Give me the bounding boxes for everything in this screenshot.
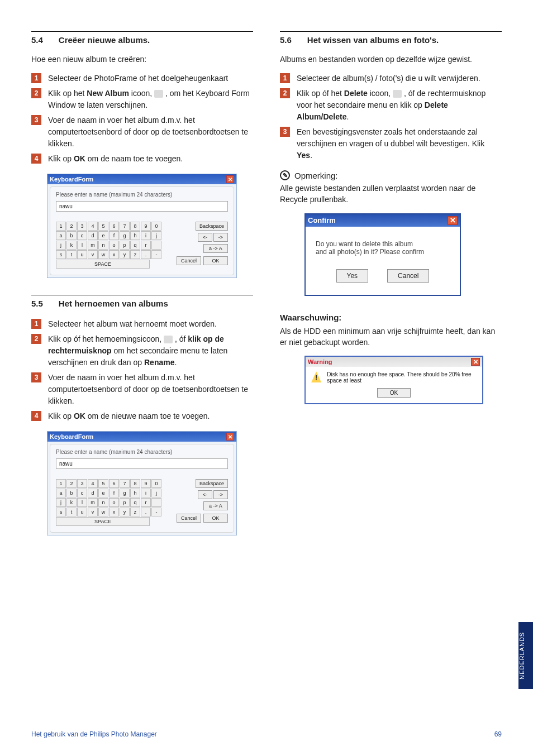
key[interactable]: e <box>98 489 108 497</box>
key[interactable]: m <box>88 498 98 507</box>
key[interactable] <box>151 241 161 250</box>
key[interactable]: u <box>77 250 87 259</box>
key[interactable]: 4 <box>88 222 98 231</box>
key[interactable]: x <box>109 250 119 259</box>
shift-button[interactable]: a -> A <box>203 244 228 253</box>
key[interactable]: - <box>151 508 161 516</box>
key[interactable]: g <box>120 489 130 497</box>
key[interactable]: v <box>88 250 98 259</box>
key[interactable]: y <box>120 508 130 516</box>
key[interactable]: n <box>98 241 108 250</box>
key[interactable]: 3 <box>77 222 87 231</box>
left-arrow-button[interactable]: <- <box>198 233 212 242</box>
ok-button[interactable]: OK <box>203 514 228 523</box>
close-icon[interactable]: ✕ <box>448 216 458 225</box>
key[interactable]: r <box>141 498 151 507</box>
key[interactable]: v <box>88 508 98 516</box>
key[interactable]: k <box>66 498 77 507</box>
key[interactable]: j <box>56 241 66 250</box>
key[interactable]: a <box>56 489 66 497</box>
key[interactable]: d <box>88 489 98 497</box>
name-input[interactable]: nawu <box>56 458 228 469</box>
key[interactable]: r <box>141 241 151 250</box>
key[interactable]: 6 <box>109 479 119 488</box>
name-input[interactable]: nawu <box>56 201 228 212</box>
close-icon[interactable]: ✕ <box>226 175 234 183</box>
key[interactable]: 1 <box>56 222 66 231</box>
key[interactable]: p <box>120 498 130 507</box>
key[interactable]: . <box>141 508 151 516</box>
key[interactable]: l <box>77 498 87 507</box>
key[interactable]: b <box>66 489 77 497</box>
right-arrow-button[interactable]: -> <box>213 233 228 242</box>
close-icon[interactable]: ✕ <box>471 358 480 366</box>
key[interactable] <box>151 498 161 507</box>
key[interactable]: s <box>56 250 66 259</box>
key[interactable]: 2 <box>66 479 77 488</box>
key[interactable]: 4 <box>88 479 98 488</box>
key[interactable]: j <box>151 489 161 497</box>
key[interactable]: 0 <box>151 479 161 488</box>
key[interactable]: 8 <box>130 222 140 231</box>
key[interactable]: l <box>77 241 87 250</box>
right-arrow-button[interactable]: -> <box>213 490 228 499</box>
key[interactable]: t <box>66 250 77 259</box>
yes-button[interactable]: Yes <box>336 269 369 283</box>
key[interactable]: 9 <box>141 479 151 488</box>
key[interactable]: 7 <box>120 479 130 488</box>
key[interactable]: u <box>77 508 87 516</box>
key[interactable]: 1 <box>56 479 66 488</box>
key[interactable]: 8 <box>130 479 140 488</box>
key[interactable]: j <box>56 498 66 507</box>
key[interactable]: z <box>130 250 140 259</box>
key[interactable]: 5 <box>98 479 108 488</box>
key[interactable]: 3 <box>77 479 87 488</box>
cancel-button[interactable]: Cancel <box>177 514 201 523</box>
key[interactable]: f <box>109 489 119 497</box>
key[interactable]: h <box>130 231 140 240</box>
key[interactable]: b <box>66 231 77 240</box>
backspace-button[interactable]: Backspace <box>196 479 228 488</box>
left-arrow-button[interactable]: <- <box>198 490 212 499</box>
key[interactable]: - <box>151 250 161 259</box>
ok-button[interactable]: OK <box>377 388 411 398</box>
key[interactable]: f <box>109 231 119 240</box>
key[interactable]: k <box>66 241 77 250</box>
shift-button[interactable]: a -> A <box>203 501 228 510</box>
key[interactable]: y <box>120 250 130 259</box>
key[interactable]: n <box>98 498 108 507</box>
key[interactable]: 6 <box>109 222 119 231</box>
key[interactable]: i <box>141 489 151 497</box>
cancel-button[interactable]: Cancel <box>387 269 429 283</box>
space-key[interactable]: SPACE <box>56 517 150 526</box>
key[interactable]: p <box>120 241 130 250</box>
key[interactable]: a <box>56 231 66 240</box>
key[interactable]: 0 <box>151 222 161 231</box>
key[interactable]: s <box>56 508 66 516</box>
key[interactable]: o <box>109 498 119 507</box>
space-key[interactable]: SPACE <box>56 260 150 269</box>
key[interactable]: m <box>88 241 98 250</box>
key[interactable]: 2 <box>66 222 77 231</box>
key[interactable]: c <box>77 489 87 497</box>
key[interactable]: w <box>98 508 108 516</box>
key[interactable]: w <box>98 250 108 259</box>
backspace-button[interactable]: Backspace <box>196 222 228 231</box>
key[interactable]: q <box>130 498 140 507</box>
key[interactable]: . <box>141 250 151 259</box>
key[interactable]: h <box>130 489 140 497</box>
cancel-button[interactable]: Cancel <box>177 256 201 265</box>
close-icon[interactable]: ✕ <box>226 433 234 441</box>
key[interactable]: 5 <box>98 222 108 231</box>
key[interactable]: t <box>66 508 77 516</box>
key[interactable]: d <box>88 231 98 240</box>
key[interactable]: i <box>141 231 151 240</box>
ok-button[interactable]: OK <box>203 256 228 265</box>
key[interactable]: c <box>77 231 87 240</box>
key[interactable]: q <box>130 241 140 250</box>
key[interactable]: 7 <box>120 222 130 231</box>
key[interactable]: x <box>109 508 119 516</box>
key[interactable]: z <box>130 508 140 516</box>
key[interactable]: g <box>120 231 130 240</box>
key[interactable]: e <box>98 231 108 240</box>
